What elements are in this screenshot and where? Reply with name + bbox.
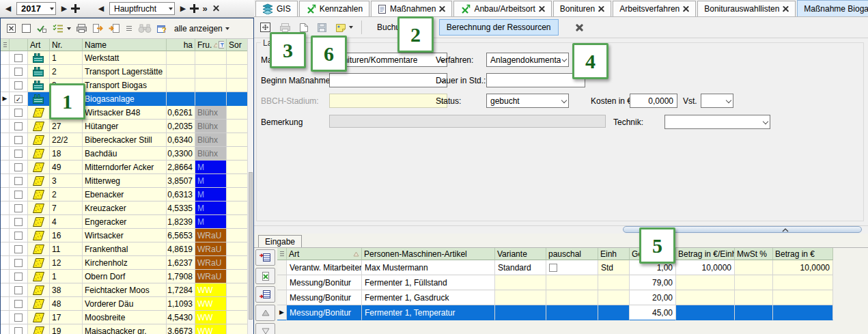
help-window-icon[interactable]: ? [156,21,167,36]
year-select[interactable]: 2017 [16,2,56,15]
prev-crop-button[interactable]: ◀ [96,2,107,16]
input-row-fermenter-1-temperatur[interactable]: ▶Messung/BoniturFermenter 1, Temperatur4… [277,305,833,320]
checkbox-column-header[interactable] [10,39,28,51]
field-row-ebenacker[interactable]: 2Ebenacker0,6313M [1,188,248,201]
cell-variante[interactable] [495,290,546,305]
column-header-art[interactable]: Art [287,248,362,260]
left-table-scrollbar[interactable] [247,39,253,334]
verfahren-select[interactable]: Anlagendokumentation [486,53,569,67]
tab-close-icon[interactable] [539,6,545,12]
field-row-obern-dorf[interactable]: 1Obern Dorf1,7908WRaU [1,270,248,283]
field-row-werkstatt[interactable]: 1Werkstatt [1,51,248,65]
cell-einh[interactable] [598,305,630,320]
prev-year-button[interactable]: ◀ [3,2,14,16]
column-header-art[interactable]: Art [28,39,50,51]
column-header-pauschal[interactable]: pauschal [546,248,598,260]
splitter-collapse-icon[interactable] [782,227,789,232]
cell-betrag-in-einh[interactable]: 10,0000 [676,260,735,275]
cell-pauschal[interactable] [546,260,598,275]
add-year-button[interactable] [70,2,81,16]
cell-variante[interactable]: Standard [495,260,546,275]
next-year-button[interactable]: ▶ [59,2,70,16]
row-checkbox[interactable] [10,133,28,147]
selection-list-button[interactable] [52,21,71,36]
deselect-all-button[interactable] [6,21,16,36]
row-checkbox[interactable] [10,65,28,79]
scrollbar-thumb[interactable] [249,172,253,320]
tab-ma-nahmen[interactable]: Maßnahmen [371,1,452,16]
cell-betrag-in[interactable] [773,275,833,290]
input-row-max-mustermann[interactable]: Verantw. MitarbeiterMax MustermannStanda… [277,260,833,275]
pauschal-checkbox[interactable] [549,264,557,272]
input-row-fermenter-1-f-llstand[interactable]: Messung/BoniturFermenter 1, Füllstand79,… [277,275,833,290]
cell-mwst[interactable] [735,290,773,305]
technik-select[interactable] [664,115,770,129]
row-checkbox[interactable] [10,188,28,201]
tab-arbeitsverfahren[interactable]: Arbeitsverfahren [613,1,696,16]
tab-gis[interactable]: GIS [255,1,298,16]
insert-row-button[interactable] [255,249,275,266]
next-crop-button[interactable]: ▶ [178,2,188,16]
column-header-mwst[interactable]: MwSt % [735,248,773,260]
tab-close-icon[interactable] [598,6,604,12]
column-header-betrag-in-einh[interactable]: Betrag in €/Einh [676,248,735,260]
column-header-nr[interactable]: Nr. [50,39,83,51]
note-button[interactable] [335,20,353,35]
row-marker-header[interactable] [277,248,287,260]
cell-variante[interactable] [495,275,546,290]
status-select[interactable]: gebucht [486,94,569,108]
tab-ma-nahme-biogasanlage[interactable]: Maßnahme Biogasanlage [797,0,868,16]
tab-close-icon[interactable] [783,6,789,12]
column-header-personen-maschinen-artikel[interactable]: Personen-Maschinen-Artikel [362,248,495,260]
cell-betrag-in-einh[interactable] [676,305,735,320]
more-button[interactable]: » [199,2,210,16]
subtab-berechnung-der-ressourcen[interactable]: Berechnung der Ressourcen [439,19,559,36]
cell-einh[interactable] [598,275,630,290]
tab-eingabe[interactable]: Eingabe [258,235,302,248]
cell-variante[interactable] [495,305,546,320]
field-row-h-tanger[interactable]: 27Hütanger0,2035Blühx [1,120,248,133]
cell-pauschal[interactable] [546,290,598,305]
field-row-wirtsacker-b48[interactable]: 55Wirtsacker B480,6261Blühx [1,106,248,120]
cell-pauschal[interactable] [546,305,598,320]
row-checkbox[interactable] [10,297,28,311]
select-none-button[interactable] [21,21,31,36]
cell-gesamtumfang[interactable]: 45,00 [630,305,676,320]
row-checkbox[interactable] [10,147,28,161]
tab-anbau-arbeitsort[interactable]: Anbau/Arbeitsort [453,1,551,16]
cell-gesamtumfang[interactable]: 79,00 [630,275,676,290]
crop-select[interactable]: Hauptfrucht [109,2,175,15]
cell-betrag-in[interactable]: 10,0000 [773,260,833,275]
row-checkbox[interactable] [10,311,28,324]
column-header-fru[interactable]: Fru. [195,39,227,51]
cell-betrag-in[interactable] [773,290,833,305]
row-checkbox[interactable] [10,120,28,133]
row-checkbox[interactable] [10,79,28,92]
field-row-moosbreite[interactable]: 17Moosbreite4,5430WW [1,311,248,324]
field-row-vorderer-d-u[interactable]: 48Vorderer Däu1,1093WW [1,297,248,311]
show-all-dropdown[interactable]: alle anzeigen [172,22,232,36]
column-header-sor[interactable]: Sor [227,39,248,51]
field-row-kirchenholz[interactable]: 12Kirchenholz1,6237WRaU [1,256,248,270]
cell-mwst[interactable] [735,275,773,290]
add-crop-button[interactable] [188,2,199,16]
cell-personen-maschinen-artikel[interactable]: Max Mustermann [362,260,495,275]
move-up-button[interactable] [255,305,275,321]
row-checkbox[interactable] [10,51,28,65]
list-icon[interactable] [125,21,133,36]
cell-einh[interactable]: Std [598,260,630,275]
cell-mwst[interactable] [735,305,773,320]
field-row-bibereckacker-still[interactable]: 22/2Bibereckacker Still0,6340Blühx [1,133,248,147]
row-checkbox[interactable]: ✓ [10,92,28,106]
cell-personen-maschinen-artikel[interactable]: Fermenter 1, Gasdruck [362,290,495,305]
export-button[interactable] [92,21,104,36]
row-checkbox[interactable] [10,201,28,215]
row-checkbox[interactable] [10,215,28,229]
row-checkbox[interactable] [10,283,28,297]
row-checkbox[interactable] [10,174,28,188]
row-checkbox[interactable] [10,242,28,256]
cell-pauschal[interactable] [546,275,598,290]
cell-personen-maschinen-artikel[interactable]: Fermenter 1, Füllstand [362,275,495,290]
kosten-input[interactable]: 0,0000 [630,94,677,108]
row-checkbox[interactable] [10,270,28,283]
